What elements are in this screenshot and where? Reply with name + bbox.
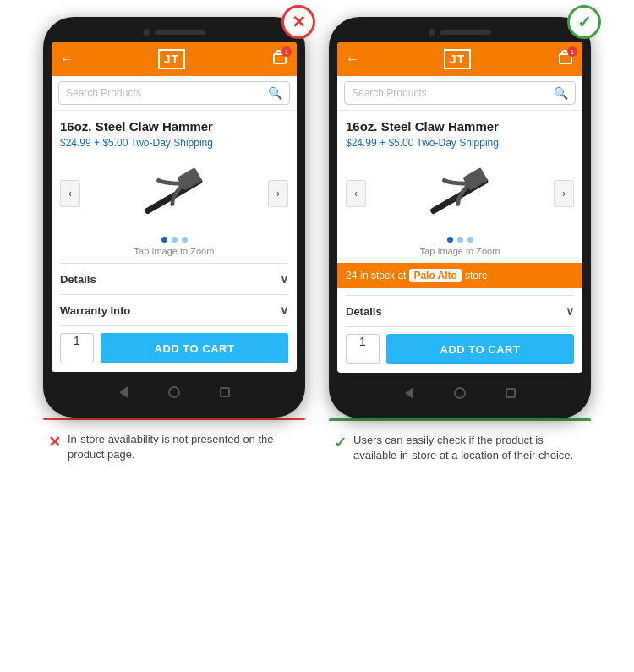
back-button-good[interactable]: ← [346, 52, 359, 67]
stock-count: 24 [346, 270, 357, 281]
quantity-input-good[interactable]: 1 [346, 334, 380, 364]
home-nav-icon[interactable] [166, 384, 183, 401]
cart-icon-wrapper[interactable]: 1 [270, 50, 288, 68]
chevron-icon-warranty: ∨ [280, 303, 288, 317]
product-image [80, 156, 268, 232]
next-arrow[interactable]: › [268, 180, 288, 207]
phone-speaker-good [440, 30, 491, 35]
app-logo-good: JT [444, 49, 471, 69]
prev-arrow[interactable]: ‹ [60, 180, 80, 207]
bad-caption-text: In-store availability is not presented o… [68, 432, 300, 462]
bad-caption-container: ✕ In-store availability is not presented… [40, 418, 309, 462]
recents-nav-icon[interactable] [216, 384, 233, 401]
good-caption-line [329, 418, 591, 421]
search-input-good[interactable]: Search Products 🔍 [344, 81, 576, 105]
details-accordion[interactable]: Details ∨ [60, 263, 288, 294]
dot-2 [172, 237, 178, 243]
add-to-cart-row-good: 1 ADD TO CART [346, 326, 574, 364]
warranty-accordion[interactable]: Warranty Info ∨ [60, 294, 288, 325]
bad-caption-area: ✕ In-store availability is not presented… [43, 432, 305, 462]
bad-phone-wrapper: ✕ ← JT 1 [40, 17, 309, 462]
bad-phone: ← JT 1 Search Products 🔍 [43, 17, 305, 418]
search-bar-good: Search Products 🔍 [337, 76, 582, 111]
good-phone-screen: ← JT 1 Search Products 🔍 [337, 42, 582, 373]
dot-2-good [457, 237, 463, 243]
next-arrow-good[interactable]: › [554, 180, 574, 207]
image-carousel-good: ‹ › [346, 156, 574, 232]
front-camera-good [429, 29, 435, 36]
phone-top-bar-good [337, 29, 582, 36]
back-button[interactable]: ← [60, 52, 74, 67]
good-badge: ✓ [567, 5, 601, 39]
carousel-dots [60, 237, 288, 243]
good-caption-text: Users can easily check if the product is… [353, 433, 586, 463]
good-caption-container: ✓ Users can easily check if the product … [325, 418, 594, 463]
quantity-input[interactable]: 1 [60, 333, 94, 363]
good-phone-wrapper: ✓ ← JT 1 [325, 17, 594, 463]
bad-caption-icon: ✕ [48, 433, 61, 451]
app-header-good: ← JT 1 [337, 42, 582, 76]
cart-icon-wrapper-good[interactable]: 1 [555, 50, 574, 68]
add-to-cart-button-good[interactable]: ADD TO CART [386, 334, 574, 364]
search-icon-good: 🔍 [554, 86, 568, 100]
app-logo: JT [158, 49, 185, 69]
bad-phone-screen: ← JT 1 Search Products 🔍 [52, 42, 297, 372]
zoom-hint-good: Tap Image to Zoom [346, 246, 574, 256]
product-price-good: $24.99 + $5.00 Two-Day Shipping [346, 137, 574, 149]
phone-bottom-bar-good [337, 380, 582, 407]
image-carousel: ‹ [60, 156, 288, 232]
stock-banner: 24 in stock at Palo Alto store [337, 263, 582, 288]
app-header: ← JT 1 [52, 42, 297, 76]
bad-badge: ✕ [281, 5, 315, 39]
good-caption-icon: ✓ [334, 434, 347, 452]
search-icon: 🔍 [268, 86, 282, 100]
search-bar: Search Products 🔍 [52, 76, 297, 111]
product-title-good: 16oz. Steel Claw Hammer [346, 119, 574, 134]
hammer-image-good [405, 164, 515, 223]
zoom-hint: Tap Image to Zoom [60, 246, 288, 256]
details-accordion-good[interactable]: Details ∨ [346, 295, 574, 326]
dot-3 [182, 237, 188, 243]
chevron-icon-good: ∨ [566, 304, 574, 318]
dot-3-good [467, 237, 473, 243]
chevron-icon: ∨ [280, 272, 288, 286]
stock-text-before: in stock at [360, 270, 406, 281]
back-nav-icon-good[interactable] [401, 385, 418, 402]
add-to-cart-button[interactable]: ADD TO CART [101, 333, 288, 363]
bad-caption-line [43, 418, 305, 420]
phone-bottom-bar [52, 379, 297, 406]
cart-badge-good: 1 [567, 46, 577, 57]
home-nav-icon-good[interactable] [451, 385, 468, 402]
front-camera [143, 29, 150, 36]
product-price: $24.99 + $5.00 Two-Day Shipping [60, 137, 288, 149]
stock-text-after: store [465, 270, 488, 281]
good-caption-area: ✓ Users can easily check if the product … [329, 433, 591, 463]
product-title: 16oz. Steel Claw Hammer [60, 119, 288, 134]
good-phone: ← JT 1 Search Products 🔍 [329, 17, 591, 418]
product-image-good [366, 156, 554, 232]
dot-1 [161, 237, 167, 243]
dot-1-good [447, 237, 453, 243]
cart-badge: 1 [281, 46, 292, 57]
hammer-image [119, 164, 229, 223]
add-to-cart-row: 1 ADD TO CART [60, 325, 288, 363]
search-input[interactable]: Search Products 🔍 [58, 81, 290, 105]
phone-speaker [155, 30, 205, 35]
prev-arrow-good[interactable]: ‹ [346, 180, 366, 207]
back-nav-icon[interactable] [115, 384, 132, 401]
product-area: 16oz. Steel Claw Hammer $24.99 + $5.00 T… [52, 111, 297, 372]
product-area-good: 16oz. Steel Claw Hammer $24.99 + $5.00 T… [337, 111, 582, 373]
phone-top-bar [52, 29, 297, 36]
carousel-dots-good [346, 237, 574, 243]
recents-nav-icon-good[interactable] [502, 385, 519, 402]
comparison-row: ✕ ← JT 1 [40, 17, 594, 463]
stock-location: Palo Alto [409, 269, 462, 282]
